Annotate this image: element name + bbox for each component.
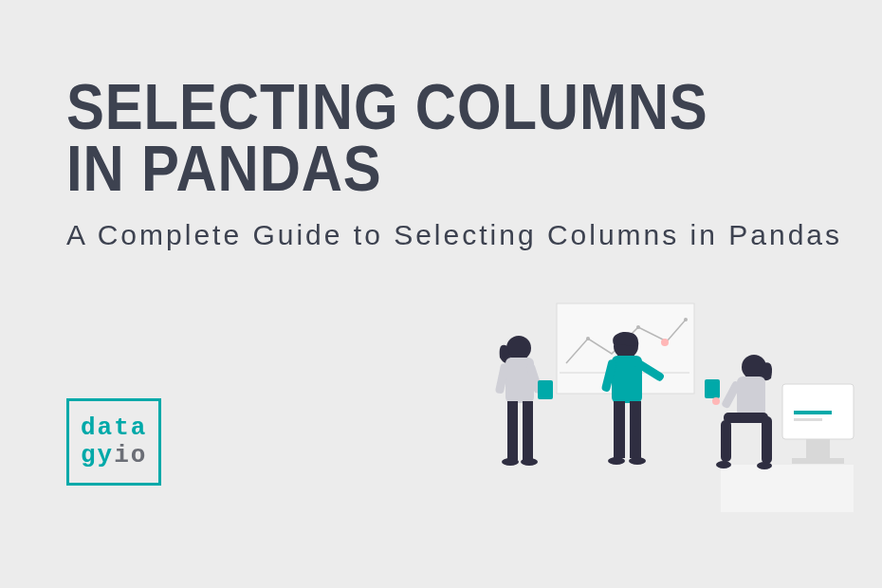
page-subtitle: A Complete Guide to Selecting Columns in… xyxy=(66,215,844,255)
person-sitting xyxy=(705,355,772,469)
svg-rect-27 xyxy=(705,379,720,398)
svg-point-5 xyxy=(521,458,538,466)
desk-shape xyxy=(721,465,854,512)
svg-rect-19 xyxy=(737,377,765,416)
brand-logo: data gyio xyxy=(66,398,161,486)
svg-rect-3 xyxy=(523,401,533,460)
svg-point-4 xyxy=(502,458,519,466)
logo-line-2: gyio xyxy=(81,442,147,469)
svg-rect-7 xyxy=(538,380,553,399)
svg-point-13 xyxy=(608,457,625,465)
monitor-base xyxy=(792,458,844,464)
svg-point-25 xyxy=(757,462,772,469)
chart-dot xyxy=(586,337,590,340)
svg-point-14 xyxy=(629,457,646,465)
svg-rect-12 xyxy=(630,401,641,458)
title-line-2: in Pandas xyxy=(66,132,382,204)
person-holding-note xyxy=(495,336,553,466)
monitor-line2 xyxy=(794,418,822,421)
monitor-line xyxy=(794,411,832,414)
logo-text-data: data xyxy=(81,413,147,442)
svg-point-16 xyxy=(661,339,669,346)
svg-point-28 xyxy=(712,397,720,405)
svg-rect-21 xyxy=(721,420,731,462)
chart-dot xyxy=(636,325,640,329)
monitor-stand xyxy=(806,439,830,458)
svg-rect-23 xyxy=(762,416,772,464)
chart-dot xyxy=(684,318,688,322)
svg-rect-2 xyxy=(507,401,518,460)
svg-point-24 xyxy=(716,461,731,469)
logo-text-gy: gy xyxy=(81,441,114,469)
hero-illustration xyxy=(479,289,868,526)
svg-rect-11 xyxy=(614,401,625,458)
logo-text-io: io xyxy=(114,441,147,469)
page-title: Selecting Columns in Pandas xyxy=(66,76,751,198)
logo-line-1: data xyxy=(81,414,147,442)
